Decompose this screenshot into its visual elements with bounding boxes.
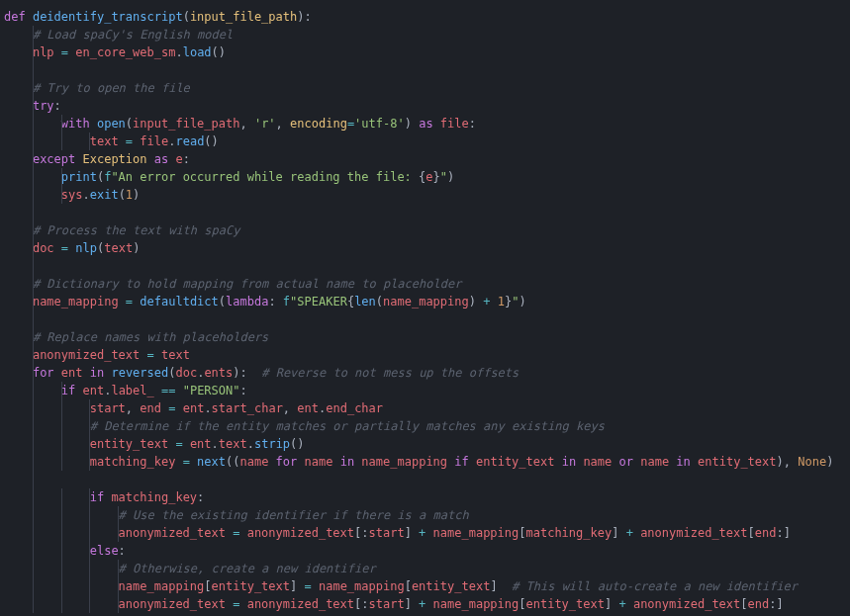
code-line[interactable]: # Determine if the entity matches or par… <box>4 417 833 435</box>
code-line[interactable]: if matching_key: <box>4 488 833 506</box>
code-line[interactable]: anonymized_text = anonymized_text[:start… <box>4 595 833 613</box>
code-line[interactable] <box>4 471 833 488</box>
code-line[interactable] <box>4 61 833 79</box>
code-line[interactable]: doc = nlp(text) <box>4 239 833 257</box>
code-line[interactable]: if ent.label_ == "PERSON": <box>4 382 833 399</box>
code-line[interactable]: try: <box>4 97 833 115</box>
code-line[interactable]: # Try to open the file <box>4 79 833 97</box>
code-line[interactable]: # Process the text with spaCy <box>4 221 833 239</box>
code-line[interactable]: else: <box>4 542 833 560</box>
code-editor[interactable]: def deidentify_transcript(input_file_pat… <box>0 0 850 616</box>
code-line[interactable]: anonymized_text = text <box>4 346 833 364</box>
code-line[interactable]: with open(input_file_path, 'r', encoding… <box>4 115 833 132</box>
code-line[interactable]: anonymized_text = anonymized_text[:start… <box>4 524 833 542</box>
code-line[interactable]: nlp = en_core_web_sm.load() <box>4 44 833 61</box>
code-line[interactable]: # Otherwise, create a new identifier <box>4 560 833 577</box>
code-line[interactable]: def deidentify_transcript(input_file_pat… <box>4 8 833 26</box>
code-line[interactable]: name_mapping = defaultdict(lambda: f"SPE… <box>4 293 833 310</box>
code-line[interactable]: # Dictionary to hold mapping from actual… <box>4 275 833 293</box>
code-line[interactable]: # Load spaCy's English model <box>4 26 833 44</box>
code-area[interactable]: def deidentify_transcript(input_file_pat… <box>0 0 833 616</box>
code-line[interactable]: start, end = ent.start_char, ent.end_cha… <box>4 399 833 417</box>
code-line[interactable]: entity_text = ent.text.strip() <box>4 435 833 453</box>
code-line[interactable]: sys.exit(1) <box>4 186 833 204</box>
code-line[interactable] <box>4 204 833 221</box>
code-line[interactable]: text = file.read() <box>4 132 833 150</box>
code-line[interactable]: for ent in reversed(doc.ents): # Reverse… <box>4 364 833 382</box>
code-line[interactable]: name_mapping[entity_text] = name_mapping… <box>4 577 833 595</box>
code-line[interactable] <box>4 310 833 328</box>
code-line[interactable]: print(f"An error occurred while reading … <box>4 168 833 186</box>
code-line[interactable]: # Replace names with placeholders <box>4 328 833 346</box>
code-line[interactable]: matching_key = next((name for name in na… <box>4 453 833 471</box>
code-line[interactable]: except Exception as e: <box>4 150 833 168</box>
code-line[interactable]: # Use the existing identifier if there i… <box>4 506 833 524</box>
code-line[interactable] <box>4 257 833 275</box>
